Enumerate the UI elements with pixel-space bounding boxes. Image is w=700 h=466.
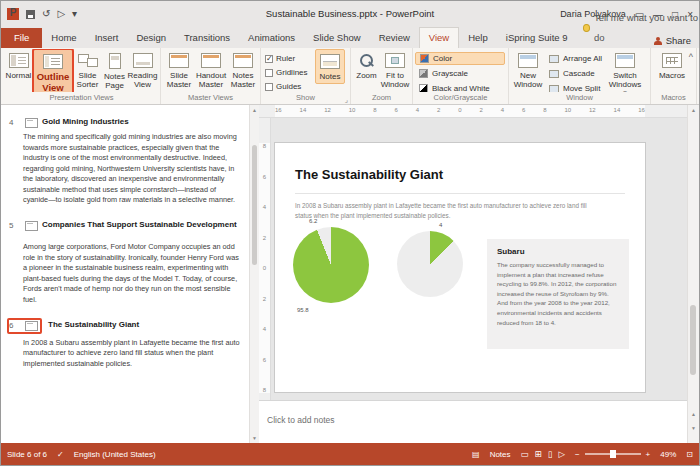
outline-scrollbar[interactable]: ▲ ▼ — [249, 105, 259, 443]
previous-slide-icon[interactable]: ▲ — [688, 411, 699, 417]
slide-subtitle[interactable]: In 2008 a Subaru assembly plant in Lafay… — [295, 201, 600, 221]
tab-view[interactable]: View — [419, 27, 459, 48]
zoom-slider-thumb[interactable] — [610, 450, 616, 458]
outline-slide-body[interactable]: Among large corporations, Ford Motor Com… — [23, 242, 241, 305]
macros-button[interactable]: Macros — [653, 49, 691, 82]
window-title: Sustainable Business.pptx - PowerPoint — [266, 1, 434, 27]
group-color-grayscale: Color Grayscale Black and White Color/Gr… — [413, 48, 509, 104]
normal-view-status-icon[interactable]: ▭ — [521, 449, 529, 459]
outline-slide-title[interactable]: Gold Mining Industries — [42, 117, 129, 127]
normal-view-button[interactable]: Normal — [5, 49, 32, 82]
outline-slide-6[interactable]: 6 The Sustainability Giant In 2008 a Sub… — [9, 320, 243, 370]
start-from-beginning-icon[interactable]: ▷ — [57, 9, 65, 19]
notes-master-button[interactable]: Notes Master — [227, 49, 258, 91]
fit-to-window-button[interactable]: Fit to Window — [380, 49, 410, 91]
notes-page-icon — [109, 53, 121, 69]
tab-file[interactable]: File — [1, 28, 42, 48]
show-dialog-launcher-icon[interactable]: ⌟ — [345, 96, 348, 103]
outline-slide-body[interactable]: In 2008 a Subaru assembly plant in Lafay… — [23, 338, 241, 370]
guides-checkbox[interactable]: Guides — [265, 81, 311, 92]
tab-animations[interactable]: Animations — [239, 28, 304, 48]
move-split-button[interactable]: Move Split — [545, 82, 603, 92]
tab-home[interactable]: Home — [42, 28, 85, 48]
next-slide-icon[interactable]: ▼ — [688, 425, 699, 431]
scrollbar-thumb[interactable] — [690, 305, 696, 375]
undo-icon[interactable]: ↺ — [42, 9, 50, 19]
slide-sorter-button[interactable]: Slide Sorter — [74, 49, 101, 91]
powerpoint-app-icon: P — [7, 8, 19, 20]
notes-pane[interactable]: Click to add notes — [259, 400, 687, 443]
collapse-ribbon-icon[interactable]: ^ — [689, 52, 693, 62]
color-swatch-icon — [420, 54, 429, 63]
switch-windows-button[interactable]: Switch Windows ▾ — [603, 49, 647, 92]
pie-chart-incidents[interactable] — [397, 231, 463, 297]
slide-icon — [25, 321, 38, 331]
outline-slide-body[interactable]: The mining and specifically gold mining … — [23, 132, 241, 206]
zoom-level[interactable]: 49% — [660, 450, 676, 459]
reading-view-status-icon[interactable]: ▯ — [548, 449, 553, 459]
ruler-checkbox[interactable]: Ruler — [265, 53, 311, 64]
tab-insert[interactable]: Insert — [86, 28, 128, 48]
notes-toggle-button[interactable]: Notes — [315, 49, 345, 84]
subaru-text-box[interactable]: Subaru The company successfully managed … — [487, 239, 629, 349]
zoom-in-icon[interactable]: + — [646, 450, 651, 459]
macros-icon — [662, 53, 682, 68]
scroll-up-icon[interactable]: ▲ — [250, 107, 259, 113]
outline-slide-title[interactable]: The Sustainability Giant — [48, 320, 139, 330]
outline-view-button[interactable]: Outline View — [32, 49, 74, 92]
scrollbar-thumb[interactable] — [252, 145, 257, 265]
notes-page-button[interactable]: Notes Page — [101, 49, 128, 92]
slide-icon — [25, 221, 38, 231]
group-presentation-views: Normal Outline View Slide Sorter Notes P… — [3, 48, 161, 104]
handout-master-button[interactable]: Handout Master — [195, 49, 227, 91]
pie-label: 6.2 — [309, 218, 317, 224]
color-button[interactable]: Color — [415, 52, 505, 65]
move-split-icon — [549, 85, 559, 93]
horizontal-ruler: 1614121086420246810121416 — [259, 105, 687, 118]
pie-label: 4 — [439, 222, 442, 228]
outline-slide-5[interactable]: 5 Companies That Support Sustainable Dev… — [9, 220, 243, 305]
pie-chart-recycling[interactable] — [293, 227, 369, 303]
zoom-button[interactable]: Zoom — [353, 49, 380, 82]
save-icon[interactable] — [26, 10, 35, 19]
switch-windows-icon — [615, 53, 635, 68]
slide-sorter-status-icon[interactable]: ⊞ — [535, 449, 542, 459]
tab-review[interactable]: Review — [370, 28, 419, 48]
gridlines-checkbox[interactable]: Gridlines — [265, 67, 311, 78]
share-button[interactable]: Share — [654, 35, 691, 46]
cascade-icon — [549, 70, 559, 78]
new-window-button[interactable]: New Window — [511, 49, 545, 91]
slide-scrollbar[interactable]: ▲ ▲ ▼ — [687, 105, 699, 443]
fit-slide-to-window-icon[interactable]: ⊡ — [686, 450, 693, 459]
grayscale-swatch-icon — [419, 69, 428, 78]
outline-slide-title[interactable]: Companies That Support Sustainable Devel… — [42, 220, 237, 230]
tab-slide-show[interactable]: Slide Show — [304, 28, 370, 48]
arrange-all-button[interactable]: Arrange All — [545, 52, 603, 65]
title-divider — [295, 193, 625, 194]
outline-pane[interactable]: 4 Gold Mining Industries The mining and … — [1, 105, 249, 443]
zoom-slider[interactable] — [585, 453, 641, 455]
notes-placeholder[interactable]: Click to add notes — [267, 415, 335, 425]
outline-slide-4[interactable]: 4 Gold Mining Industries The mining and … — [9, 117, 243, 206]
tab-help[interactable]: Help — [459, 28, 497, 48]
tab-transitions[interactable]: Transitions — [175, 28, 239, 48]
notes-status-button[interactable]: Notes — [490, 450, 511, 459]
scroll-up-icon[interactable]: ▲ — [688, 107, 699, 113]
grayscale-button[interactable]: Grayscale — [415, 67, 505, 80]
slide-title[interactable]: The Sustainability Giant — [295, 167, 443, 182]
qat-customize-icon[interactable]: ▾ — [72, 9, 77, 19]
slide-master-button[interactable]: Slide Master — [163, 49, 195, 91]
proofing-icon[interactable]: ✓ — [57, 450, 64, 459]
cascade-button[interactable]: Cascade — [545, 67, 603, 80]
zoom-out-icon[interactable]: − — [575, 450, 580, 459]
black-and-white-button[interactable]: Black and White — [415, 82, 505, 92]
scroll-down-icon[interactable]: ▼ — [250, 435, 259, 441]
slide-editor: 1614121086420246810121416 864202468 The … — [259, 105, 699, 443]
slide-show-status-icon[interactable]: ▷ — [558, 449, 565, 459]
language-indicator[interactable]: English (United States) — [74, 450, 156, 459]
tab-ispring-suite[interactable]: iSpring Suite 9 — [497, 28, 577, 48]
slide-canvas[interactable]: The Sustainability Giant In 2008 a Subar… — [275, 143, 645, 392]
tab-design[interactable]: Design — [127, 28, 175, 48]
checkbox-unchecked-icon — [265, 83, 273, 91]
reading-view-button[interactable]: Reading View — [128, 49, 157, 91]
